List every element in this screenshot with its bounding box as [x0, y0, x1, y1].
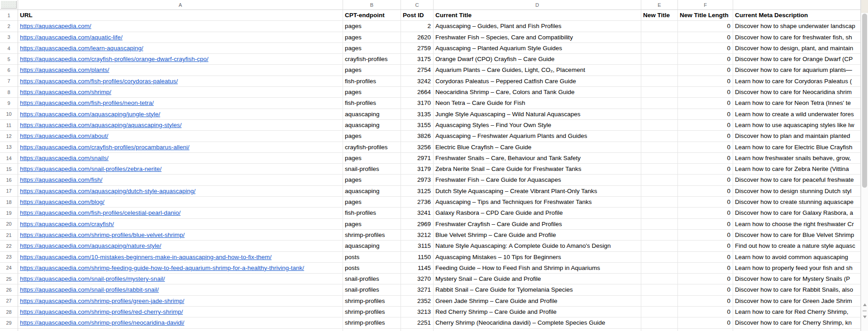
url-cell[interactable]: https://aquascapedia.com/aquatic-life/ [18, 32, 343, 43]
row-number[interactable]: 19 [0, 208, 18, 218]
empty-cell[interactable] [733, 329, 861, 331]
meta-description-cell[interactable]: Discover how to care for Mystery Snails … [733, 274, 861, 284]
url-link[interactable]: https://aquascapedia.com/aquascaping/jun… [20, 111, 160, 118]
meta-description-cell[interactable]: Learn how to care for Neon Tetra (Innes'… [733, 98, 861, 109]
new-title-length-cell[interactable]: 0 [678, 142, 733, 153]
meta-description-cell[interactable]: Discover how to care for Green Jade Shri… [733, 296, 861, 307]
meta-description-cell[interactable]: Discover how to care for peaceful freshw… [733, 175, 861, 185]
current-title-cell[interactable]: Freshwater Snails – Care, Behaviour and … [434, 153, 641, 164]
select-all-corner[interactable] [0, 0, 18, 10]
row-number[interactable]: 11 [0, 120, 18, 131]
empty-cell[interactable] [678, 329, 733, 331]
cpt-endpoint-cell[interactable]: shrimp-profiles [343, 317, 401, 328]
current-title-cell[interactable]: Zebra Nerite Snail – Care Guide for Fres… [434, 164, 641, 175]
url-cell[interactable]: https://aquascapedia.com/aquascaping/aqu… [18, 120, 343, 131]
row-number[interactable]: 5 [0, 54, 18, 65]
post-id-cell[interactable]: 2973 [401, 175, 434, 185]
row-number[interactable]: 23 [0, 252, 18, 263]
header-cell-post-id[interactable]: Post ID [401, 10, 434, 21]
header-cell-meta-description[interactable]: Current Meta Description [733, 10, 861, 21]
post-id-cell[interactable]: 2251 [401, 317, 434, 328]
url-cell[interactable]: https://aquascapedia.com/crayfish/ [18, 219, 343, 230]
current-title-cell[interactable]: Freshwater Fish – Care Guide for Aquasca… [434, 175, 641, 185]
url-cell[interactable]: https://aquascapedia.com/crayfish-profil… [18, 142, 343, 153]
meta-description-cell[interactable]: Learn how to care for Electric Blue Cray… [733, 142, 861, 153]
url-cell[interactable]: https://aquascapedia.com/fish-profiles/n… [18, 98, 343, 109]
current-title-cell[interactable]: Aquascaping Mistakes – 10 Tips for Begin… [434, 252, 641, 263]
new-title-length-cell[interactable]: 0 [678, 54, 733, 65]
url-cell[interactable]: https://aquascapedia.com/shrimp-profiles… [18, 296, 343, 307]
url-cell[interactable]: https://aquascapedia.com/snail-profiles/… [18, 284, 343, 295]
url-cell[interactable]: https://aquascapedia.com/shrimp-profiles… [18, 230, 343, 241]
current-title-cell[interactable]: Freshwater Fish – Species, Care and Comp… [434, 32, 641, 43]
new-title-length-cell[interactable]: 0 [678, 175, 733, 185]
url-cell[interactable]: https://aquascapedia.com/shrimp-feeding-… [18, 263, 343, 274]
current-title-cell[interactable]: Aquascaping – Freshwater Aquarium Plants… [434, 131, 641, 142]
new-title-cell[interactable] [641, 252, 678, 263]
cpt-endpoint-cell[interactable]: shrimp-profiles [343, 296, 401, 307]
new-title-cell[interactable] [641, 142, 678, 153]
new-title-length-cell[interactable]: 0 [678, 131, 733, 142]
new-title-length-cell[interactable]: 0 [678, 284, 733, 295]
cpt-endpoint-cell[interactable]: crayfish-profiles [343, 142, 401, 153]
meta-description-cell[interactable]: Discover how to care for Cherry Shrimp, … [733, 317, 861, 328]
new-title-length-cell[interactable]: 0 [678, 43, 733, 54]
new-title-length-cell[interactable]: 0 [678, 317, 733, 328]
new-title-cell[interactable] [641, 219, 678, 230]
post-id-cell[interactable]: 3212 [401, 230, 434, 241]
url-cell[interactable]: https://aquascapedia.com/aquascaping/nat… [18, 241, 343, 251]
current-title-cell[interactable]: Neon Tetra – Care Guide for Fish [434, 98, 641, 109]
new-title-cell[interactable] [641, 296, 678, 307]
cpt-endpoint-cell[interactable]: snail-profiles [343, 284, 401, 295]
header-cell-new-title-length[interactable]: New Title Length [678, 10, 733, 21]
new-title-cell[interactable] [641, 109, 678, 120]
row-number[interactable]: 2 [0, 21, 18, 32]
row-number[interactable]: 26 [0, 284, 18, 295]
cpt-endpoint-cell[interactable]: pages [343, 43, 401, 54]
meta-description-cell[interactable]: Find out how to create a nature style aq… [733, 241, 861, 251]
current-title-cell[interactable]: Feeding Guide – How to Feed Fish and Shr… [434, 263, 641, 274]
empty-cell[interactable] [18, 329, 343, 331]
column-header-B[interactable]: B [343, 0, 401, 10]
column-header-A[interactable]: A [18, 0, 343, 10]
url-cell[interactable]: https://aquascapedia.com/10-mistakes-beg… [18, 252, 343, 263]
current-title-cell[interactable]: Rabbit Snail – Care Guide for Tylomelani… [434, 284, 641, 295]
post-id-cell[interactable]: 3242 [401, 76, 434, 87]
meta-description-cell[interactable]: Learn how to avoid common aquascaping [733, 252, 861, 263]
new-title-length-cell[interactable]: 0 [678, 219, 733, 230]
meta-description-cell[interactable]: Learn how to properly feed your fish and… [733, 263, 861, 274]
post-id-cell[interactable]: 3170 [401, 98, 434, 109]
meta-description-cell[interactable]: Discover how to design stunning Dutch st… [733, 186, 861, 197]
empty-cell[interactable] [641, 329, 678, 331]
url-cell[interactable]: https://aquascapedia.com/learn-aquascapi… [18, 43, 343, 54]
new-title-length-cell[interactable]: 0 [678, 109, 733, 120]
url-link[interactable]: https://aquascapedia.com/shrimp-profiles… [20, 232, 185, 238]
row-number[interactable]: 16 [0, 175, 18, 185]
url-link[interactable]: https://aquascapedia.com/aquatic-life/ [20, 34, 123, 41]
row-number[interactable]: 12 [0, 131, 18, 142]
meta-description-cell[interactable]: Discover how to care for Orange Dwarf (C… [733, 54, 861, 65]
new-title-length-cell[interactable]: 0 [678, 32, 733, 43]
row-number[interactable]: 27 [0, 296, 18, 307]
post-id-cell[interactable]: 3125 [401, 186, 434, 197]
url-cell[interactable]: https://aquascapedia.com/ [18, 21, 343, 32]
row-number[interactable]: 28 [0, 307, 18, 317]
url-link[interactable]: https://aquascapedia.com/aquascaping/aqu… [20, 122, 181, 128]
cpt-endpoint-cell[interactable]: pages [343, 21, 401, 32]
url-cell[interactable]: https://aquascapedia.com/plants/ [18, 65, 343, 76]
post-id-cell[interactable]: 2 [401, 21, 434, 32]
url-link[interactable]: https://aquascapedia.com/plants/ [20, 66, 109, 73]
meta-description-cell[interactable]: Learn how to use aquascaping styles like… [733, 120, 861, 131]
current-title-cell[interactable]: Orange Dwarf (CPO) Crayfish – Care Guide [434, 54, 641, 65]
new-title-length-cell[interactable]: 0 [678, 186, 733, 197]
url-cell[interactable]: https://aquascapedia.com/aquascaping/dut… [18, 186, 343, 197]
cpt-endpoint-cell[interactable]: fish-profiles [343, 76, 401, 87]
url-link[interactable]: https://aquascapedia.com/shrimp-profiles… [20, 308, 183, 315]
cpt-endpoint-cell[interactable]: posts [343, 252, 401, 263]
row-number[interactable]: 20 [0, 219, 18, 230]
url-link[interactable]: https://aquascapedia.com/snail-profiles/… [20, 286, 159, 293]
meta-description-cell[interactable]: Discover how to care for freshwater fish… [733, 32, 861, 43]
url-link[interactable]: https://aquascapedia.com/snail-profiles/… [20, 166, 162, 172]
cpt-endpoint-cell[interactable]: fish-profiles [343, 98, 401, 109]
cpt-endpoint-cell[interactable]: pages [343, 197, 401, 208]
